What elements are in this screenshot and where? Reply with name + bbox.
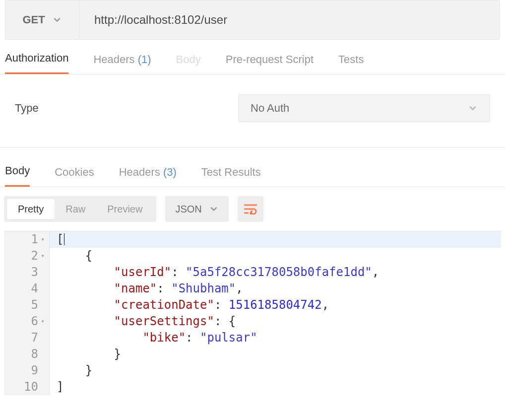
code-line: 9 } — [4, 362, 501, 379]
chevron-down-icon — [209, 204, 219, 214]
code-line: 1▾[ — [4, 231, 501, 248]
gutter: 5 — [4, 297, 50, 313]
line-number: 9 — [31, 362, 38, 379]
fold-toggle-icon[interactable]: ▾ — [40, 248, 45, 264]
request-bar: GET http://localhost:8102/user — [0, 0, 505, 40]
request-url-input[interactable]: http://localhost:8102/user — [79, 0, 500, 40]
http-method-label: GET — [22, 13, 45, 26]
resp-tab-headers-count: (3) — [163, 166, 177, 178]
code-line: 5 "creationDate": 1516185804742, — [4, 297, 501, 313]
line-number: 1 — [31, 231, 38, 248]
token-punc: { — [85, 249, 92, 263]
tab-prerequest[interactable]: Pre-request Script — [226, 53, 314, 74]
chevron-down-icon — [468, 103, 478, 113]
code-line: 6▾ "userSettings": { — [4, 313, 501, 330]
gutter: 1▾ — [4, 231, 50, 248]
response-body-code[interactable]: 1▾[2▾ {3 "userId": "5a5f28cc3178058b0faf… — [4, 231, 501, 395]
token-key: "creationDate" — [114, 298, 214, 312]
response-tabs: Body Cookies Headers (3) Test Results — [0, 147, 505, 187]
view-pretty-label: Pretty — [18, 204, 44, 214]
http-method-select[interactable]: GET — [5, 0, 79, 40]
tab-authorization-label: Authorization — [5, 52, 68, 64]
text-cursor — [64, 233, 64, 245]
token-punc: : — [214, 298, 229, 312]
code-content: "userId": "5a5f28cc3178058b0fafe1dd", — [50, 264, 379, 280]
code-content: "bike": "pulsar" — [50, 330, 257, 346]
code-content: } — [50, 346, 121, 362]
token-key: "userSettings" — [114, 314, 214, 328]
token-str: "Shubham" — [171, 281, 236, 295]
code-line: 2▾ { — [4, 248, 501, 264]
fold-toggle-icon[interactable]: ▾ — [40, 231, 45, 248]
resp-tab-body-label: Body — [5, 164, 30, 177]
token-punc: } — [85, 363, 92, 377]
view-raw-button[interactable]: Raw — [55, 199, 96, 219]
tab-authorization[interactable]: Authorization — [5, 52, 68, 74]
auth-type-select[interactable]: No Auth — [238, 94, 490, 122]
tab-prerequest-label: Pre-request Script — [226, 53, 314, 66]
line-number: 3 — [31, 264, 38, 280]
tab-headers[interactable]: Headers (1) — [93, 53, 151, 74]
token-punc: , — [322, 298, 329, 312]
tab-body[interactable]: Body — [176, 53, 201, 74]
gutter: 6▾ — [4, 313, 50, 330]
token-punc: : — [186, 331, 200, 345]
token-key: "name" — [114, 281, 157, 295]
code-content: ] — [50, 379, 63, 395]
gutter: 3 — [4, 264, 50, 280]
code-line: 3 "userId": "5a5f28cc3178058b0fafe1dd", — [4, 264, 501, 280]
code-content: { — [50, 248, 92, 264]
resp-tab-testresults[interactable]: Test Results — [201, 166, 261, 187]
wrap-lines-button[interactable] — [238, 196, 263, 222]
resp-tab-cookies[interactable]: Cookies — [55, 166, 94, 187]
fold-toggle-icon[interactable]: ▾ — [40, 313, 45, 330]
gutter: 4 — [4, 280, 50, 297]
token-punc: [ — [57, 232, 63, 246]
tab-tests-label: Tests — [338, 53, 364, 66]
view-preview-button[interactable]: Preview — [96, 199, 153, 219]
request-tabs: Authorization Headers (1) Body Pre-reque… — [0, 40, 505, 74]
chevron-down-icon — [52, 15, 62, 25]
line-number: 8 — [31, 346, 38, 362]
code-content: } — [50, 362, 92, 379]
line-number: 2 — [31, 248, 38, 264]
view-pretty-button[interactable]: Pretty — [7, 199, 55, 219]
response-format-select[interactable]: JSON — [165, 196, 228, 222]
resp-tab-testresults-label: Test Results — [201, 166, 261, 178]
tab-body-label: Body — [176, 53, 201, 66]
token-str: "5a5f28cc3178058b0fafe1dd" — [186, 265, 372, 279]
gutter: 9 — [4, 362, 50, 379]
resp-tab-headers[interactable]: Headers (3) — [119, 166, 177, 187]
code-line: 10] — [4, 379, 501, 395]
token-punc: , — [372, 265, 379, 279]
resp-tab-body[interactable]: Body — [5, 164, 30, 187]
token-num: 1516185804742 — [229, 298, 322, 312]
token-punc: { — [229, 314, 236, 328]
code-content: "creationDate": 1516185804742, — [50, 297, 329, 313]
tab-tests[interactable]: Tests — [338, 53, 364, 74]
line-number: 6 — [31, 313, 38, 330]
auth-type-selected: No Auth — [251, 102, 289, 115]
code-content: [ — [50, 231, 64, 248]
token-punc: , — [236, 281, 243, 295]
code-line: 7 "bike": "pulsar" — [4, 330, 501, 346]
auth-type-label: Type — [15, 102, 189, 115]
token-punc: : — [171, 265, 186, 279]
line-number: 5 — [31, 297, 38, 313]
token-punc: ] — [57, 380, 63, 394]
view-preview-label: Preview — [107, 204, 142, 214]
token-punc: : — [214, 314, 229, 328]
token-key: "bike" — [142, 331, 186, 345]
token-punc: : — [157, 281, 171, 295]
code-line: 4 "name": "Shubham", — [4, 280, 501, 297]
token-key: "userId" — [114, 265, 172, 279]
tab-headers-label: Headers — [93, 53, 134, 66]
resp-tab-cookies-label: Cookies — [55, 166, 94, 178]
gutter: 10 — [4, 379, 50, 395]
line-number: 10 — [24, 379, 38, 395]
gutter: 8 — [4, 346, 50, 362]
gutter: 7 — [4, 330, 50, 346]
response-view-group: Pretty Raw Preview — [4, 196, 156, 222]
authorization-panel: Type No Auth — [0, 74, 505, 147]
token-punc: } — [114, 347, 121, 361]
